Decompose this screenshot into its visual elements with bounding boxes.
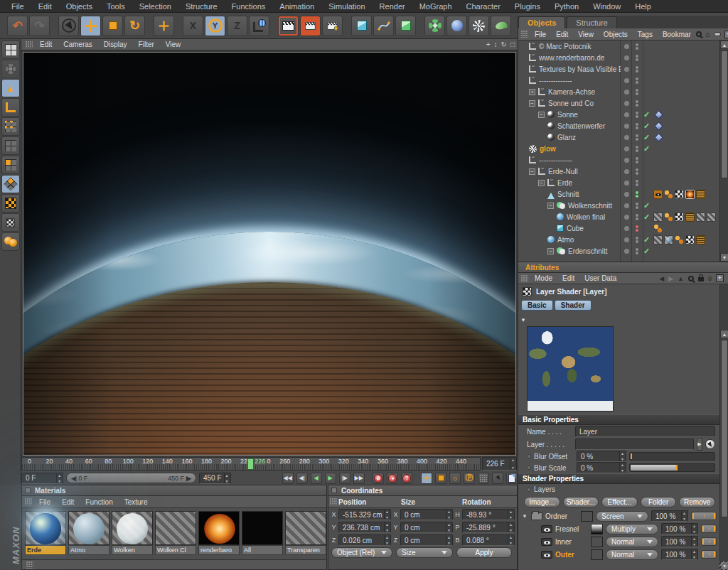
lock-y-axis-button[interactable]: Y (205, 16, 225, 36)
tab-structure[interactable]: Structure (567, 16, 617, 28)
layer-dot-icon[interactable] (624, 101, 629, 106)
viewport-menu-view[interactable]: View (160, 41, 187, 48)
layer-thumbnail[interactable] (591, 524, 603, 534)
play-backwards-button[interactable]: ◀ (311, 473, 322, 484)
opacity-field[interactable]: 100 % (661, 536, 698, 547)
layer-dot-icon[interactable] (624, 181, 629, 185)
rotate-view-icon[interactable]: ↻ (501, 41, 507, 48)
shader-properties-header[interactable]: Shader Properties (518, 473, 719, 484)
collapse-icon[interactable]: − (538, 180, 545, 186)
objects-menu-tags[interactable]: Tags (633, 31, 658, 38)
menubar-item-python[interactable]: Python (547, 2, 586, 11)
render-visibility-dot[interactable] (636, 58, 638, 61)
layer-dot-cell[interactable] (621, 154, 632, 166)
redo-button[interactable]: ↷ (29, 16, 50, 36)
editor-visibility-dot[interactable] (636, 134, 638, 137)
opacity-stepper[interactable] (681, 511, 687, 521)
visibility-dots-cell[interactable] (632, 188, 642, 200)
attributes-menu-user-data[interactable]: User Data (579, 274, 621, 282)
tree-row-sonne[interactable]: −Sonne✓ (518, 109, 728, 120)
menubar-item-file[interactable]: File (4, 2, 31, 11)
render-visibility-dot[interactable] (636, 104, 638, 107)
menubar-item-character[interactable]: Character (459, 2, 508, 11)
edges-mode-button[interactable] (1, 136, 20, 155)
animation-mode-button[interactable] (1, 232, 20, 251)
enabled-check-icon[interactable]: ✓ (643, 122, 652, 131)
shader-layer-inner[interactable]: InnerNormal100 % (518, 535, 719, 548)
shader-layer-fresnel[interactable]: FresnelMultiply100 % (518, 522, 719, 535)
material-atmo[interactable]: Atmo (68, 511, 109, 555)
enabled-check-icon[interactable]: ✓ (643, 110, 652, 119)
layer-dot-cell[interactable] (621, 211, 632, 222)
materials-menu-function[interactable]: Function (80, 498, 118, 506)
hatch-tag-icon[interactable] (653, 213, 663, 222)
layer-dot-icon[interactable] (624, 90, 629, 95)
layer-dot-icon[interactable] (624, 249, 629, 254)
render-settings-button[interactable] (322, 16, 343, 36)
target-tag-icon[interactable] (654, 122, 663, 131)
autokey-button[interactable]: ● (387, 473, 398, 484)
current-frame-field[interactable]: 226 F (482, 457, 517, 470)
materials-menu-file[interactable]: File (33, 498, 56, 506)
opacity-slider[interactable] (691, 512, 717, 520)
render-view-button[interactable] (278, 16, 299, 36)
blend-mode-dropdown[interactable]: Normal (606, 549, 658, 560)
start-frame-stepper[interactable] (56, 473, 63, 483)
value-stepper[interactable] (384, 522, 390, 532)
material-thumbnail[interactable] (285, 511, 326, 545)
editor-visibility-dot[interactable] (636, 89, 638, 92)
tab-objects[interactable]: Objects (518, 16, 565, 28)
render-visibility-dot[interactable] (636, 183, 638, 186)
key-dot-icon[interactable] (527, 466, 531, 470)
objects-menu-objects[interactable]: Objects (599, 31, 633, 38)
visibility-dots-cell[interactable] (632, 120, 642, 131)
panel-drag-handle[interactable] (330, 498, 337, 505)
panel-drag-handle[interactable] (521, 31, 528, 38)
panel-window-icon[interactable] (25, 488, 31, 493)
render-visibility-dot[interactable] (636, 138, 638, 141)
attributes-scrollbar[interactable]: ▲ ▼ (719, 284, 728, 570)
collapse-icon[interactable]: − (529, 100, 535, 107)
tree-row-atmo[interactable]: Atmo✓ (518, 234, 728, 245)
eye-icon[interactable] (541, 525, 552, 533)
record-keyframe-button[interactable]: ⊘ (373, 473, 384, 484)
layer-thumbnail[interactable] (591, 549, 603, 560)
opacity-stepper[interactable] (691, 524, 697, 534)
fire-tag-icon[interactable] (685, 190, 695, 199)
layer-dot-cell[interactable] (621, 63, 632, 75)
render-visibility-dot[interactable] (636, 92, 638, 95)
opacity-stepper[interactable] (691, 537, 697, 547)
collapse-icon[interactable]: − (529, 168, 535, 175)
coordinate-field[interactable]: -25.889 ° (462, 522, 515, 533)
layer-dot-icon[interactable] (624, 192, 629, 197)
sketch-tag-icon[interactable] (685, 213, 695, 222)
coordinate-field[interactable]: 0.026 cm (338, 534, 391, 546)
material-thumbnail[interactable] (112, 511, 153, 545)
scrollbar-thumb[interactable] (721, 340, 728, 517)
name-field[interactable]: Layer (575, 426, 715, 437)
lock-icon[interactable] (698, 277, 704, 281)
next-key-button[interactable]: |▶ (339, 473, 350, 484)
goto-end-button[interactable]: ▶▶ (353, 473, 365, 484)
coordinate-field[interactable]: 0 cm (400, 522, 453, 533)
blur-offset-field[interactable]: 0 % (577, 451, 626, 462)
collapse-icon[interactable]: − (547, 203, 554, 209)
render-visibility-dot[interactable] (636, 70, 638, 72)
layer-dot-icon[interactable] (624, 112, 629, 117)
editor-visibility-dot[interactable] (636, 180, 638, 183)
search-icon[interactable] (696, 31, 702, 37)
layer-dot-icon[interactable] (624, 135, 629, 140)
range-left-arrow[interactable]: ◀ (71, 475, 76, 482)
slider-handle[interactable] (631, 453, 632, 459)
phong-tag-icon[interactable] (675, 235, 684, 244)
particles-button[interactable] (469, 16, 489, 36)
points-mode-button[interactable] (1, 117, 20, 136)
opacity-field[interactable]: 100 % (661, 523, 698, 534)
layer-dot-icon[interactable] (624, 203, 629, 208)
tree-row-textures-by-nasa-visible-eart[interactable]: Textures by Nasa Visible Eart (518, 63, 728, 75)
scrollbar-thumb[interactable] (721, 50, 728, 178)
add-generator-button[interactable] (395, 16, 416, 36)
button-shader-[interactable]: Shader... (563, 497, 599, 507)
add-icon[interactable]: + (716, 274, 724, 282)
metaball-button[interactable] (446, 16, 467, 36)
